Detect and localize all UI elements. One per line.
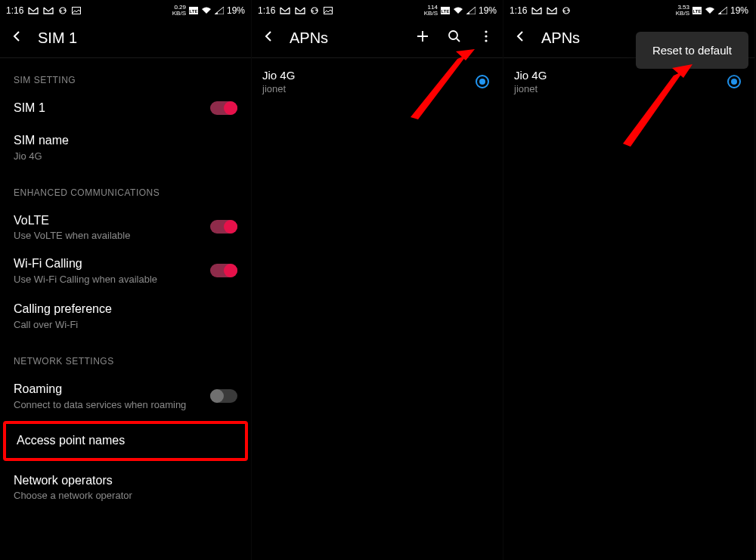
sim1-label: SIM 1 <box>14 101 210 116</box>
sync-icon <box>562 6 571 15</box>
gmail-icon <box>280 7 290 14</box>
status-time: 1:16 <box>258 5 275 16</box>
apn-name: Jio 4G <box>262 69 476 82</box>
apn-row-highlight[interactable]: Access point names <box>3 421 248 461</box>
sim1-toggle-row[interactable]: SIM 1 <box>0 93 251 124</box>
svg-text:LTE: LTE <box>693 9 702 14</box>
svg-point-9 <box>485 39 487 42</box>
back-icon[interactable] <box>513 29 528 47</box>
panel-apns: 1:16 114KB/S LTE 19% APNs Jio 4G jionet <box>252 0 503 560</box>
gmail-icon <box>531 7 542 14</box>
apn-value: jionet <box>514 83 727 94</box>
back-icon[interactable] <box>9 29 24 47</box>
sync-icon <box>310 6 319 15</box>
roaming-row[interactable]: Roaming Connect to data services when ro… <box>0 374 251 418</box>
page-title: APNs <box>290 29 401 47</box>
page-title: SIM 1 <box>38 29 242 47</box>
calling-pref-row[interactable]: Calling preference Call over Wi-Fi <box>0 292 251 339</box>
panel-apns-menu: 1:16 3.53KB/S LTE 19% APNs Jio 4G jionet… <box>503 0 755 560</box>
svg-text:LTE: LTE <box>190 9 198 14</box>
status-bar: 1:16 0.29KB/S LTE 19% <box>0 0 251 18</box>
image-icon <box>72 7 81 14</box>
battery-percent: 19% <box>479 5 497 16</box>
svg-text:LTE: LTE <box>442 9 450 14</box>
menu-item-reset[interactable]: Reset to default <box>652 44 732 57</box>
calling-pref-label: Calling preference <box>14 302 237 317</box>
status-bar: 1:16 3.53KB/S LTE 19% <box>503 0 754 18</box>
gmail-icon <box>547 7 557 14</box>
sim-name-value: Jio 4G <box>14 150 237 162</box>
network-speed: 0.29KB/S <box>172 5 186 17</box>
operators-sub: Choose a network operator <box>14 490 237 501</box>
back-icon[interactable] <box>261 29 276 47</box>
wifi-calling-label: Wi-Fi Calling <box>14 256 210 272</box>
sim1-toggle[interactable] <box>210 101 237 115</box>
status-time: 1:16 <box>6 5 23 16</box>
add-icon[interactable] <box>415 29 430 47</box>
wifi-calling-sub: Use Wi-Fi Calling when available <box>14 274 210 285</box>
battery-percent: 19% <box>730 5 748 16</box>
sync-icon <box>58 6 67 15</box>
apn-label: Access point names <box>17 433 234 449</box>
section-header-sim: SIM SETTING <box>0 58 251 93</box>
network-speed: 114KB/S <box>424 5 438 17</box>
gmail-icon <box>28 7 39 14</box>
panel-sim-settings: 1:16 0.29KB/S LTE 19% SIM 1 SIM SETTING … <box>0 0 252 560</box>
volte-sub: Use VoLTE when available <box>14 230 210 241</box>
svg-point-6 <box>449 31 457 39</box>
apn-name: Jio 4G <box>514 69 727 82</box>
app-bar: SIM 1 <box>0 18 251 57</box>
wifi-calling-row[interactable]: Wi-Fi Calling Use Wi-Fi Calling when ava… <box>0 249 251 292</box>
operators-label: Network operators <box>14 473 237 489</box>
roaming-sub: Connect to data services when roaming <box>14 399 210 410</box>
gmail-icon <box>43 7 54 14</box>
lte-icon: LTE <box>441 7 450 14</box>
section-header-network: NETWORK SETTINGS <box>0 339 251 374</box>
more-icon[interactable] <box>479 29 494 47</box>
operators-row[interactable]: Network operators Choose a network opera… <box>0 464 251 511</box>
search-icon[interactable] <box>447 29 462 47</box>
apn-radio[interactable] <box>727 75 741 88</box>
image-icon <box>324 7 333 14</box>
apn-value: jionet <box>262 83 476 94</box>
app-bar: APNs <box>252 18 503 57</box>
section-header-enhanced: ENHANCED COMMUNICATIONS <box>0 171 251 206</box>
sim-name-row[interactable]: SIM name Jio 4G <box>0 124 251 171</box>
wifi-icon <box>201 7 212 14</box>
sim-name-label: SIM name <box>14 133 237 149</box>
signal-icon <box>215 7 224 14</box>
lte-icon: LTE <box>189 7 198 14</box>
svg-point-8 <box>485 35 487 37</box>
volte-label: VoLTE <box>14 213 210 229</box>
wifi-icon <box>705 7 715 14</box>
apn-list-item[interactable]: Jio 4G jionet <box>252 58 503 105</box>
gmail-icon <box>295 7 305 14</box>
status-bar: 1:16 114KB/S LTE 19% <box>252 0 503 18</box>
roaming-label: Roaming <box>14 382 210 398</box>
network-speed: 3.53KB/S <box>676 5 689 17</box>
volte-row[interactable]: VoLTE Use VoLTE when available <box>0 206 251 249</box>
calling-pref-sub: Call over Wi-Fi <box>14 319 237 330</box>
battery-percent: 19% <box>227 5 245 16</box>
wifi-icon <box>453 7 463 14</box>
status-time: 1:16 <box>510 5 527 16</box>
signal-icon <box>466 7 476 14</box>
overflow-menu: Reset to default <box>636 32 748 69</box>
lte-icon: LTE <box>692 7 702 14</box>
roaming-toggle[interactable] <box>210 389 237 403</box>
volte-toggle[interactable] <box>210 220 237 234</box>
apn-radio[interactable] <box>476 75 489 88</box>
svg-point-7 <box>485 30 487 32</box>
signal-icon <box>718 7 727 14</box>
wifi-calling-toggle[interactable] <box>210 264 237 277</box>
